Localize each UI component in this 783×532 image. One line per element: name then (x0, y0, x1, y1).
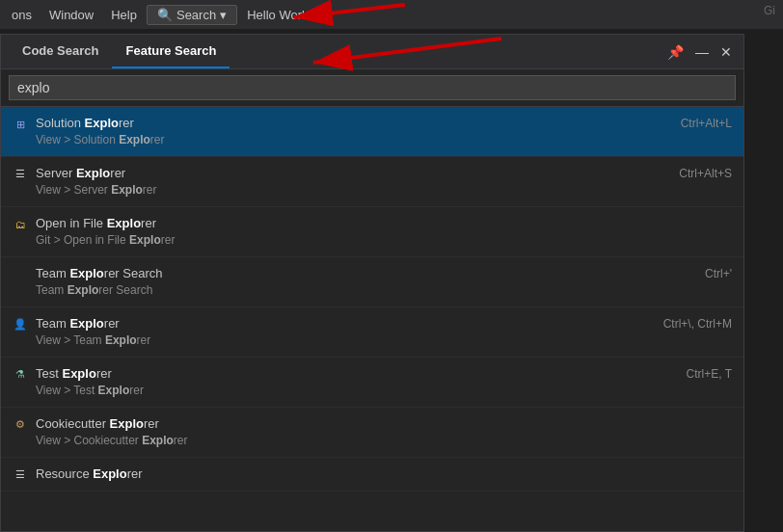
result-text-team-explorer-search: Team Explorer Search Team Explorer Searc… (36, 265, 697, 299)
feature-search-panel: Code Search Feature Search 📌 — ✕ ⊞ Solut… (0, 34, 744, 532)
result-subtitle-file-explorer: Git > Open in File Explorer (36, 232, 732, 249)
result-icon-cookiecutter-explorer: ⚙ (13, 417, 28, 433)
result-item-solution-explorer[interactable]: ⊞ Solution Explorer View > Solution Expl… (1, 107, 743, 157)
result-text-solution-explorer: Solution Explorer View > Solution Explor… (36, 115, 673, 148)
result-icon-test-explorer: ⚗ (13, 367, 28, 383)
panel-controls: 📌 — ✕ (663, 43, 736, 61)
search-icon: 🔍 (157, 8, 173, 22)
result-item-team-explorer[interactable]: 👤 Team Explorer View > Team Explorer Ctr… (1, 307, 743, 358)
result-left-cookiecutter-explorer: ⚙ Cookiecutter Explorer View > Cookiecut… (13, 415, 732, 449)
result-title-server-explorer: Server Explorer (36, 165, 671, 182)
result-left-resource-explorer: ☰ Resource Explorer (13, 466, 732, 483)
result-shortcut-team-explorer: Ctrl+\, Ctrl+M (663, 317, 732, 331)
result-text-file-explorer: Open in File Explorer Git > Open in File… (36, 215, 732, 249)
result-icon-solution-explorer: ⊞ (13, 117, 28, 132)
result-subtitle-test-explorer: View > Test Explorer (36, 383, 679, 399)
gi-label: Gi (764, 4, 775, 17)
result-left-test-explorer: ⚗ Test Explorer View > Test Explorer (13, 365, 679, 399)
result-subtitle-server-explorer: View > Server Explorer (36, 182, 671, 199)
result-shortcut-test-explorer: Ctrl+E, T (687, 367, 732, 381)
search-input-wrapper (1, 69, 743, 107)
close-button[interactable]: ✕ (716, 43, 736, 61)
result-item-cookiecutter-explorer[interactable]: ⚙ Cookiecutter Explorer View > Cookiecut… (1, 408, 743, 458)
result-title-solution-explorer: Solution Explorer (36, 115, 673, 132)
search-button[interactable]: 🔍 Search ▾ (147, 5, 237, 25)
result-left-team-explorer-search: Team Explorer Search Team Explorer Searc… (13, 265, 697, 299)
result-title-file-explorer: Open in File Explorer (36, 215, 732, 232)
result-icon-team-explorer: 👤 (13, 317, 28, 332)
result-text-resource-explorer: Resource Explorer (36, 466, 732, 483)
result-title-resource-explorer: Resource Explorer (36, 466, 732, 483)
result-item-resource-explorer[interactable]: ☰ Resource Explorer (1, 458, 743, 492)
result-item-team-explorer-search[interactable]: Team Explorer Search Team Explorer Searc… (1, 257, 743, 307)
result-left-solution-explorer: ⊞ Solution Explorer View > Solution Expl… (13, 115, 673, 148)
tab-code-search[interactable]: Code Search (9, 35, 112, 68)
result-icon-resource-explorer: ☰ (13, 467, 28, 483)
pin-button[interactable]: 📌 (663, 43, 688, 61)
tab-feature-search[interactable]: Feature Search (112, 35, 230, 68)
result-icon-team-explorer-search (13, 267, 28, 282)
result-title-team-explorer: Team Explorer (36, 315, 656, 332)
menu-item-help[interactable]: Help (103, 6, 145, 24)
menu-item-ons[interactable]: ons (4, 6, 40, 24)
result-shortcut-solution-explorer: Ctrl+Alt+L (681, 117, 732, 130)
result-item-server-explorer[interactable]: ☰ Server Explorer View > Server Explorer… (1, 157, 743, 207)
result-text-cookiecutter-explorer: Cookiecutter Explorer View > Cookiecutte… (36, 415, 732, 449)
result-title-cookiecutter-explorer: Cookiecutter Explorer (36, 415, 732, 433)
hello-world-tab[interactable]: Hello World (239, 6, 319, 24)
menu-bar: ons Window Help 🔍 Search ▾ Hello World G… (0, 0, 783, 29)
tab-feature-search-label: Feature Search (125, 43, 216, 58)
result-text-test-explorer: Test Explorer View > Test Explorer (36, 365, 679, 399)
tab-bar: Code Search Feature Search (9, 35, 230, 68)
search-input[interactable] (9, 75, 736, 100)
result-subtitle-cookiecutter-explorer: View > Cookiecutter Explorer (36, 433, 732, 449)
result-title-test-explorer: Test Explorer (36, 365, 679, 383)
result-left-team-explorer: 👤 Team Explorer View > Team Explorer (13, 315, 656, 349)
result-icon-file-explorer: 🗂 (13, 217, 28, 232)
result-text-server-explorer: Server Explorer View > Server Explorer (36, 165, 671, 199)
result-left-server-explorer: ☰ Server Explorer View > Server Explorer (13, 165, 671, 199)
tab-code-search-label: Code Search (22, 43, 98, 58)
minimize-button[interactable]: — (691, 43, 713, 61)
result-subtitle-solution-explorer: View > Solution Explorer (36, 132, 673, 148)
result-subtitle-team-explorer-search: Team Explorer Search (36, 282, 697, 299)
result-item-file-explorer[interactable]: 🗂 Open in File Explorer Git > Open in Fi… (1, 207, 743, 257)
result-subtitle-team-explorer: View > Team Explorer (36, 332, 656, 349)
result-text-team-explorer: Team Explorer View > Team Explorer (36, 315, 656, 349)
panel-header: Code Search Feature Search 📌 — ✕ (1, 35, 743, 69)
result-shortcut-team-explorer-search: Ctrl+' (705, 267, 732, 280)
result-icon-server-explorer: ☰ (13, 167, 28, 182)
result-shortcut-server-explorer: Ctrl+Alt+S (679, 167, 732, 180)
results-list: ⊞ Solution Explorer View > Solution Expl… (1, 107, 743, 526)
search-button-label: Search (176, 8, 216, 22)
result-title-team-explorer-search: Team Explorer Search (36, 265, 697, 282)
search-dropdown-icon: ▾ (220, 8, 227, 22)
result-item-test-explorer[interactable]: ⚗ Test Explorer View > Test Explorer Ctr… (1, 358, 743, 408)
menu-item-window[interactable]: Window (41, 6, 101, 24)
result-left-file-explorer: 🗂 Open in File Explorer Git > Open in Fi… (13, 215, 732, 249)
